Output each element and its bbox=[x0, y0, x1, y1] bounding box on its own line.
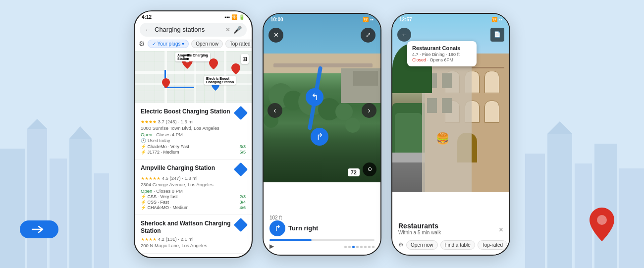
station-1-meta: ★★★★ 3.7 (245) · 1.6 mi bbox=[141, 119, 246, 124]
station-item-2: Ampville Charging Station ★★★★★ 4.5 (247… bbox=[135, 160, 252, 215]
nav-progress-fill bbox=[269, 239, 312, 241]
street-view: ← 📄 Restaurant Conais 4.7 · Fine Dining … bbox=[392, 14, 509, 192]
phones-container: 4:12 ▪▪▪ 🛜 🔋 ← Charging stations ✕ 🎤 ⚙ ✓… bbox=[0, 0, 644, 268]
wifi-icon-p2: 🛜 bbox=[363, 17, 369, 22]
nav-next-button[interactable]: › bbox=[362, 103, 376, 118]
phone3-status-bar: 12:57 🛜 ▪▪ bbox=[392, 14, 509, 23]
station-3-name: Sherlock and Wattson Charging Station bbox=[141, 220, 234, 235]
nav-3d-view: ↰ ↱ ✕ ⤢ ‹ › 72 ⊙ bbox=[264, 14, 380, 182]
station-3-meta: ★★★★ 4.2 (131) · 2.1 mi bbox=[141, 236, 246, 242]
station-2-charger-3: ⚡ CHAdeMO · Medium 4/6 bbox=[141, 205, 246, 210]
station-item-3: Sherlock and Wattson Charging Station ★★… bbox=[135, 215, 252, 254]
search-bar[interactable]: ← Charging stations ✕ 🎤 bbox=[140, 23, 247, 37]
filter-bar: ⚙ ✓ Your plugs ▾ Open now Top rated bbox=[135, 40, 252, 51]
map-pin-3[interactable] bbox=[231, 63, 240, 76]
phone2-status-icons: 🛜 ▪▪ bbox=[363, 17, 374, 22]
station-1-used: 🕐 Used today bbox=[141, 138, 246, 143]
phone3-status-icons: 🛜 ▪▪ bbox=[491, 17, 502, 22]
station-2-name: Ampville Charging Station bbox=[141, 164, 234, 172]
place-more-chip[interactable]: More bbox=[510, 240, 510, 250]
station-1-charger-2: ⚡ J1772 · Medium 5/5 bbox=[141, 150, 246, 155]
street-back-button[interactable]: ← bbox=[397, 28, 411, 42]
station-2-status: Open · Closes 8 PM bbox=[141, 188, 246, 194]
blue-arrow-button[interactable] bbox=[20, 220, 58, 238]
signal-icon-p2: ▪▪ bbox=[370, 17, 374, 22]
route-turn-arrow-2: ↱ bbox=[311, 128, 328, 146]
station-2-address: 2304 George Avenue, Los Angeles bbox=[141, 182, 246, 187]
filter-settings-icon[interactable]: ⚙ bbox=[139, 40, 145, 48]
nav-action-text: Turn right bbox=[288, 224, 318, 232]
phone-2-navigation: 10:00 🛜 ▪▪ bbox=[263, 13, 381, 256]
nav-dots bbox=[344, 246, 375, 248]
station-1-charger-1: ⚡ ChadeMo · Very Fast 3/3 bbox=[141, 144, 246, 149]
phone3-time: 12:57 bbox=[399, 17, 412, 22]
phone-1-charging-stations: 4:12 ▪▪▪ 🛜 🔋 ← Charging stations ✕ 🎤 ⚙ ✓… bbox=[134, 10, 253, 258]
nav-close-button[interactable]: ✕ bbox=[268, 28, 283, 43]
top-rated-filter[interactable]: Top rated bbox=[225, 40, 252, 48]
map-pin-2[interactable] bbox=[209, 58, 218, 71]
place-open-now-chip[interactable]: Open now bbox=[406, 240, 438, 250]
station-item-1: Electric Boost Charging Station ★★★★ 3.7… bbox=[135, 103, 252, 160]
map-pin-4[interactable] bbox=[162, 78, 170, 90]
station-3-address: 200 N Magic Lane, Los Angeles bbox=[141, 243, 246, 248]
station-2-charger-1: ⚡ CSS · Very fast 2/3 bbox=[141, 194, 246, 199]
nav-dot-3 bbox=[352, 246, 355, 248]
place-header: Restaurants Within a 5 min walk × bbox=[398, 222, 503, 238]
nav-instruction: 102 ft ↱ Turn right bbox=[269, 215, 375, 236]
map-view[interactable]: Ampville ChargingStation Electric BoostC… bbox=[135, 51, 252, 103]
station-2-charger-2: ⚡ CSS · Fast 3/4 bbox=[141, 200, 246, 205]
place-filter-bar: ⚙ Open now Find a table Top-rated More bbox=[398, 240, 503, 250]
compass-button[interactable]: ⊙ bbox=[363, 162, 376, 176]
place-top-rated-chip[interactable]: Top-rated bbox=[478, 240, 507, 250]
search-text: Charging stations bbox=[155, 26, 222, 33]
clear-icon[interactable]: ✕ bbox=[225, 26, 230, 33]
nav-turn-icon: ↱ bbox=[269, 220, 285, 236]
nav-controls: ▶ bbox=[269, 243, 375, 250]
signal-icon-p3: ▪▪ bbox=[499, 17, 502, 22]
nav-dot-5 bbox=[360, 246, 363, 248]
restaurant-status: Closed · Opens 6PM bbox=[412, 57, 472, 62]
battery-icon: 🔋 bbox=[239, 14, 245, 20]
map-layers-icon[interactable]: ⊞ bbox=[241, 54, 249, 64]
station-2-nav-icon[interactable] bbox=[234, 162, 248, 176]
restaurant-rating: 4.7 · Fine Dining · 190 ft bbox=[412, 52, 472, 57]
nav-progress-bar bbox=[269, 239, 375, 241]
restaurant-popup[interactable]: Restaurant Conais 4.7 · Fine Dining · 19… bbox=[407, 41, 477, 66]
restaurant-name: Restaurant Conais bbox=[412, 45, 472, 51]
nav-dot-7 bbox=[368, 246, 371, 248]
wifi-icon: 🛜 bbox=[231, 14, 237, 20]
phone-3-street-view: 12:57 🛜 ▪▪ bbox=[391, 13, 510, 256]
nav-dot-6 bbox=[364, 246, 367, 248]
restaurant-marker-emoji: 🍔 bbox=[436, 132, 449, 145]
station-3-nav-icon[interactable] bbox=[234, 217, 248, 231]
station-1-nav-icon[interactable] bbox=[234, 106, 248, 119]
signal-icon: ▪▪▪ bbox=[224, 14, 230, 20]
phone1-status-icons: ▪▪▪ 🛜 🔋 bbox=[224, 14, 245, 20]
nav-dot-1 bbox=[344, 246, 347, 248]
nav-dot-4 bbox=[356, 246, 359, 248]
nav-play-button[interactable]: ▶ bbox=[269, 243, 274, 250]
station-2-meta: ★★★★★ 4.5 (247) · 1.8 mi bbox=[141, 175, 246, 181]
station-1-status: Open · Closes 4 PM bbox=[141, 132, 246, 137]
speed-display: 72 bbox=[348, 168, 360, 176]
back-icon[interactable]: ← bbox=[145, 26, 152, 34]
open-now-filter[interactable]: Open now bbox=[191, 40, 223, 48]
phone1-status-bar: 4:12 ▪▪▪ 🛜 🔋 bbox=[135, 11, 252, 21]
nav-distance-label: 102 ft bbox=[269, 215, 282, 220]
place-find-table-chip[interactable]: Find a table bbox=[440, 240, 475, 250]
route-turn-arrow: ↰ bbox=[306, 88, 323, 106]
place-title: Restaurants bbox=[398, 222, 441, 230]
nav-prev-button[interactable]: ‹ bbox=[268, 103, 282, 118]
mic-icon[interactable]: 🎤 bbox=[233, 26, 242, 34]
phone1-time: 4:12 bbox=[142, 14, 152, 20]
place-subtitle: Within a 5 min walk bbox=[398, 230, 441, 235]
place-bottom-panel: Restaurants Within a 5 min walk × ⚙ Open… bbox=[392, 217, 509, 255]
your-plugs-filter[interactable]: ✓ Your plugs ▾ bbox=[148, 40, 189, 48]
place-filter-settings-icon[interactable]: ⚙ bbox=[398, 241, 404, 248]
wifi-icon-p3: 🛜 bbox=[491, 17, 497, 22]
place-close-button[interactable]: × bbox=[499, 225, 503, 234]
map-label-electric: Electric BoostCharging Station bbox=[204, 76, 236, 85]
station-1-name: Electric Boost Charging Station bbox=[141, 108, 234, 116]
street-share-button[interactable]: 📄 bbox=[490, 28, 504, 42]
nav-share-button[interactable]: ⤢ bbox=[361, 28, 376, 43]
